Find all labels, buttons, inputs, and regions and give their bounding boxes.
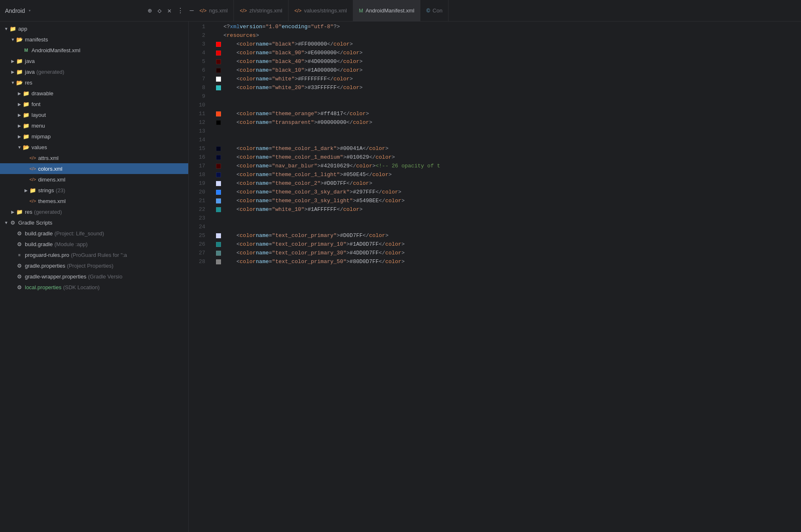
label-values: values [32,144,47,150]
sidebar-item-values[interactable]: 📂 values [0,142,188,152]
sidebar-item-drawable[interactable]: 📁 drawable [0,88,188,99]
sidebar-item-build-gradle-module[interactable]: ⚙ build.gradle (Module :app) [0,239,188,249]
swatch-3 [216,42,221,47]
arrow-layout [17,112,22,118]
label-build-gradle-project: build.gradle [25,230,53,237]
label-attrs: attrs.xml [38,155,58,161]
tab-label: Con [432,7,442,14]
sidebar-item-strings[interactable]: 📁 strings (23) [0,185,188,196]
sidebar-item-proguard[interactable]: ≡ proguard-rules.pro (ProGuard Rules for… [0,249,188,260]
code-line-2: <resources> [216,31,801,40]
sidebar-item-colors[interactable]: </> colors.xml [0,163,188,174]
badge-strings: (23) [56,187,65,193]
arrow-res-gen [10,209,16,215]
code-line-22: <color name="white_10">#1AFFFFFF</color> [216,205,801,214]
swatch-placeholder-23 [216,216,221,221]
sidebar-item-menu[interactable]: 📁 menu [0,120,188,131]
folder-icon-app: 📁 [9,25,17,32]
arrow-mipmap [17,133,22,139]
sidebar-item-app[interactable]: 📁 app [0,23,188,34]
title-bar-left: Android ▾ ⊕ ◇ ✕ ⋮ — [5,7,194,15]
code-line-12: <color name="transparent">#00000000</col… [216,118,801,127]
sidebar-item-dimens[interactable]: </> dimens.xml [0,174,188,185]
code-line-19: <color name="theme_color_2">#D0D7FF</col… [216,179,801,188]
more-icon[interactable]: ⋮ [177,7,184,15]
arrow-drawable [17,90,22,96]
tab-strings-xml[interactable]: </> ngs.xml [194,0,234,21]
folder-icon-layout: 📁 [22,111,30,118]
folder-icon-java: 📁 [16,58,23,64]
sidebar-item-gradle-wrapper[interactable]: ⚙ gradle-wrapper.properties (Gradle Vers… [0,271,188,282]
editor-content: 12345 678910 1112131415 1617181920 21222… [189,22,801,532]
sidebar-item-res-generated[interactable]: 📁 res (generated) [0,206,188,217]
sidebar-item-mipmap[interactable]: 📁 mipmap [0,131,188,142]
add-icon[interactable]: ⊕ [148,7,152,15]
code-line-6: <color name="black_10">#1A000000</color> [216,66,801,75]
label-local-properties-muted: (SDK Location) [63,284,100,290]
minimize-icon[interactable]: — [189,7,194,15]
tab-label: zh/strings.xml [250,7,282,14]
swatch-placeholder-13 [216,129,221,134]
tab-icon-manifest: M [359,8,363,14]
tab-label: ngs.xml [209,7,228,14]
sidebar-item-font[interactable]: 📁 font [0,99,188,109]
code-line-13 [216,127,801,135]
label-dimens: dimens.xml [38,177,66,183]
close-icon[interactable]: ✕ [167,7,172,15]
code-line-5: <color name="black_40">#4D000000</color> [216,57,801,66]
label-manifests: manifests [25,36,48,43]
editor[interactable]: 12345 678910 1112131415 1617181920 21222… [189,22,801,532]
sidebar-item-android-manifest[interactable]: M AndroidManifest.xml [0,45,188,56]
code-line-24 [216,222,801,231]
gradle-file-icon: ⚙ [16,230,23,237]
tab-values-strings[interactable]: </> values/strings.xml [289,0,353,21]
label-font: font [32,101,41,107]
label-gradle-properties-muted: (Project Properties) [67,263,114,269]
folder-icon-menu: 📁 [22,122,30,129]
tab-android-manifest[interactable]: M AndroidManifest.xml [353,0,421,21]
sidebar-item-java[interactable]: 📁 java [0,56,188,66]
bookmark-icon[interactable]: ◇ [158,7,162,15]
dropdown-chevron[interactable]: ▾ [28,8,31,13]
sidebar-item-gradle-properties[interactable]: ⚙ gradle.properties (Project Properties) [0,260,188,271]
sidebar-item-build-gradle-project[interactable]: ⚙ build.gradle (Project: Life_sound) [0,228,188,239]
label-themes: themes.xml [38,198,66,204]
swatch-11 [216,111,221,116]
title-icons: ⊕ ◇ ✕ ⋮ — [148,7,194,15]
properties-icon: ⚙ [16,262,23,269]
swatch-15 [216,146,221,151]
code-line-17: <color name="nav_bar_blur">#42010629</co… [216,162,801,170]
label-build-gradle-module: build.gradle [25,241,53,247]
code-line-21: <color name="theme_color_3_sky_light">#5… [216,196,801,205]
tab-con[interactable]: © Con [420,0,449,21]
manifest-icon: M [22,47,30,53]
code-line-26: <color name="text_color_primary_10">#1AD… [216,240,801,249]
sidebar-item-gradle-scripts[interactable]: ⚙ Gradle Scripts [0,217,188,228]
arrow-java [10,58,16,64]
sidebar-item-manifests[interactable]: 📂 manifests [0,34,188,45]
label-menu: menu [32,123,45,129]
gradle-file-icon-2: ⚙ [16,241,23,247]
code-line-4: <color name="black_90">#E6000000</color> [216,48,801,57]
folder-icon-manifests: 📂 [16,36,23,43]
label-java-gen-muted: (generated) [36,69,64,75]
label-java: java [25,58,35,64]
tab-zh-strings[interactable]: </> zh/strings.xml [234,0,289,21]
sidebar-item-res[interactable]: 📂 res [0,77,188,88]
sidebar-item-java-generated[interactable]: 📁 java (generated) [0,66,188,77]
tabs-area: </> ngs.xml </> zh/strings.xml </> value… [194,0,796,21]
swatch-17 [216,164,221,169]
arrow-java-gen [10,69,16,75]
sidebar-item-themes[interactable]: </> themes.xml [0,196,188,206]
label-proguard-muted: (ProGuard Rules for ":a [71,252,127,258]
sidebar: 📁 app 📂 manifests M AndroidManifest.xml … [0,22,189,532]
sidebar-item-attrs[interactable]: </> attrs.xml [0,152,188,163]
arrow-res [10,80,16,85]
sidebar-item-layout[interactable]: 📁 layout [0,109,188,120]
sidebar-item-local-properties[interactable]: ⚙ local.properties (SDK Location) [0,282,188,293]
swatch-20 [216,190,221,195]
tab-label: values/strings.xml [304,7,347,14]
code-area[interactable]: <?xml version="1.0" encoding="utf-8"?> <… [209,22,801,532]
label-android-manifest: AndroidManifest.xml [32,47,80,53]
code-line-16: <color name="theme_color_1_medium">#0106… [216,153,801,162]
